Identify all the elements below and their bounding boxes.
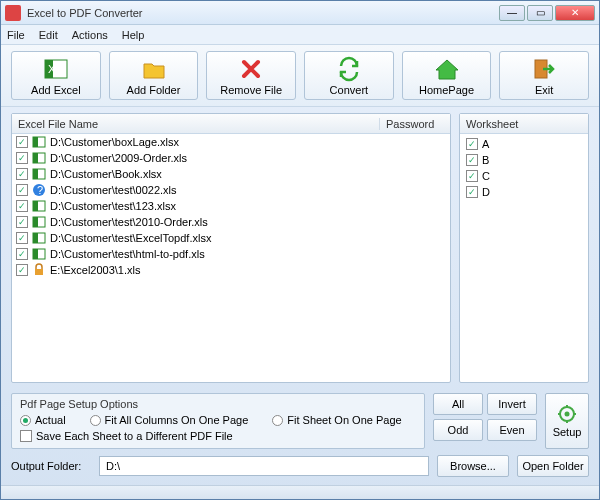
file-path: D:\Customer\test\0022.xls <box>50 184 177 196</box>
file-row[interactable]: ✓D:\Customer\test\123.xlsx <box>12 198 450 214</box>
selection-buttons: All Invert Odd Even <box>433 393 537 449</box>
remove-icon <box>238 56 264 82</box>
svg-rect-5 <box>33 137 38 147</box>
checkbox-icon[interactable]: ✓ <box>16 264 28 276</box>
add-folder-button[interactable]: Add Folder <box>109 51 199 100</box>
browse-button[interactable]: Browse... <box>437 455 509 477</box>
radio-dot-icon <box>90 415 101 426</box>
menu-edit[interactable]: Edit <box>39 29 58 41</box>
worksheet-name: D <box>482 186 490 198</box>
minimize-button[interactable]: — <box>499 5 525 21</box>
checkbox-icon[interactable]: ✓ <box>16 232 28 244</box>
radio-fit-sheet[interactable]: Fit Sheet On One Page <box>272 414 401 426</box>
file-path: D:\Customer\test\html-to-pdf.xls <box>50 248 205 260</box>
home-icon <box>434 56 460 82</box>
checkbox-icon[interactable]: ✓ <box>16 184 28 196</box>
odd-button[interactable]: Odd <box>433 419 483 441</box>
pdf-setup-fieldset: Pdf Page Setup Options Actual Fit All Co… <box>11 393 425 449</box>
app-window: Excel to PDF Converter — ▭ ✕ File Edit A… <box>0 0 600 500</box>
file-row[interactable]: ✓D:\Customer\2009-Order.xls <box>12 150 450 166</box>
checkbox-icon[interactable]: ✓ <box>466 154 478 166</box>
worksheet-row[interactable]: ✓D <box>462 184 586 200</box>
open-folder-button[interactable]: Open Folder <box>517 455 589 477</box>
file-row[interactable]: ✓D:\Customer\test\ExcelTopdf.xlsx <box>12 230 450 246</box>
svg-rect-9 <box>33 169 38 179</box>
checkbox-icon[interactable]: ✓ <box>16 200 28 212</box>
radio-dot-icon <box>20 415 31 426</box>
checkbox-icon[interactable]: ✓ <box>16 216 28 228</box>
svg-text:?: ? <box>37 184 43 196</box>
worksheet-name: B <box>482 154 489 166</box>
svg-rect-20 <box>35 269 43 275</box>
homepage-button[interactable]: HomePage <box>402 51 492 100</box>
file-path: D:\Customer\test\2010-Order.xls <box>50 216 208 228</box>
menu-actions[interactable]: Actions <box>72 29 108 41</box>
svg-rect-13 <box>33 201 38 211</box>
checkbox-icon[interactable]: ✓ <box>466 186 478 198</box>
checkbox-icon[interactable]: ✓ <box>16 152 28 164</box>
setup-button[interactable]: Setup <box>545 393 589 449</box>
col-password[interactable]: Password <box>380 118 450 130</box>
xls-icon <box>32 231 46 245</box>
menubar: File Edit Actions Help <box>1 25 599 45</box>
close-button[interactable]: ✕ <box>555 5 595 21</box>
folder-icon <box>141 56 167 82</box>
checkbox-icon[interactable]: ✓ <box>16 136 28 148</box>
convert-button[interactable]: Convert <box>304 51 394 100</box>
svg-point-22 <box>565 412 570 417</box>
radio-fit-columns[interactable]: Fit All Columns On One Page <box>90 414 249 426</box>
checkbox-save-each-sheet[interactable]: Save Each Sheet to a Different PDF File <box>20 430 416 442</box>
worksheet-row[interactable]: ✓A <box>462 136 586 152</box>
file-row[interactable]: ✓D:\Customer\boxLage.xlsx <box>12 134 450 150</box>
worksheet-row[interactable]: ✓B <box>462 152 586 168</box>
file-row[interactable]: ✓D:\Customer\Book.xlsx <box>12 166 450 182</box>
window-title: Excel to PDF Converter <box>27 7 499 19</box>
exit-icon <box>531 56 557 82</box>
file-path: D:\Customer\Book.xlsx <box>50 168 162 180</box>
svg-text:X: X <box>48 63 56 75</box>
worksheet-panel: Worksheet ✓A✓B✓C✓D <box>459 113 589 383</box>
col-filename[interactable]: Excel File Name <box>12 118 380 130</box>
radio-dot-icon <box>272 415 283 426</box>
col-worksheet[interactable]: Worksheet <box>460 118 524 130</box>
file-rows[interactable]: ✓D:\Customer\boxLage.xlsx✓D:\Customer\20… <box>12 134 450 382</box>
convert-icon <box>336 56 362 82</box>
worksheet-name: C <box>482 170 490 182</box>
maximize-button[interactable]: ▭ <box>527 5 553 21</box>
file-row[interactable]: ✓D:\Customer\test\html-to-pdf.xls <box>12 246 450 262</box>
checkbox-icon <box>20 430 32 442</box>
radio-actual[interactable]: Actual <box>20 414 66 426</box>
worksheet-name: A <box>482 138 489 150</box>
checkbox-icon[interactable]: ✓ <box>16 248 28 260</box>
bottom-panel: Pdf Page Setup Options Actual Fit All Co… <box>1 389 599 485</box>
all-button[interactable]: All <box>433 393 483 415</box>
worksheet-row[interactable]: ✓C <box>462 168 586 184</box>
output-folder-input[interactable]: D:\ <box>99 456 429 476</box>
svg-rect-7 <box>33 153 38 163</box>
worksheet-rows[interactable]: ✓A✓B✓C✓D <box>460 134 588 382</box>
xls-icon <box>32 199 46 213</box>
file-path: E:\Excel2003\1.xls <box>50 264 141 276</box>
lock-icon <box>32 263 46 277</box>
menu-help[interactable]: Help <box>122 29 145 41</box>
file-row[interactable]: ✓D:\Customer\test\2010-Order.xls <box>12 214 450 230</box>
even-button[interactable]: Even <box>487 419 537 441</box>
file-row[interactable]: ✓E:\Excel2003\1.xls <box>12 262 450 278</box>
xls-icon <box>32 135 46 149</box>
add-excel-button[interactable]: X Add Excel <box>11 51 101 100</box>
checkbox-icon[interactable]: ✓ <box>466 170 478 182</box>
svg-rect-17 <box>33 233 38 243</box>
exit-button[interactable]: Exit <box>499 51 589 100</box>
menu-file[interactable]: File <box>7 29 25 41</box>
checkbox-icon[interactable]: ✓ <box>466 138 478 150</box>
checkbox-icon[interactable]: ✓ <box>16 168 28 180</box>
invert-button[interactable]: Invert <box>487 393 537 415</box>
file-row[interactable]: ✓?D:\Customer\test\0022.xls <box>12 182 450 198</box>
worksheet-header: Worksheet <box>460 114 588 134</box>
file-path: D:\Customer\2009-Order.xls <box>50 152 187 164</box>
app-icon <box>5 5 21 21</box>
help-icon: ? <box>32 183 46 197</box>
file-path: D:\Customer\boxLage.xlsx <box>50 136 179 148</box>
statusbar <box>1 485 599 499</box>
remove-file-button[interactable]: Remove File <box>206 51 296 100</box>
